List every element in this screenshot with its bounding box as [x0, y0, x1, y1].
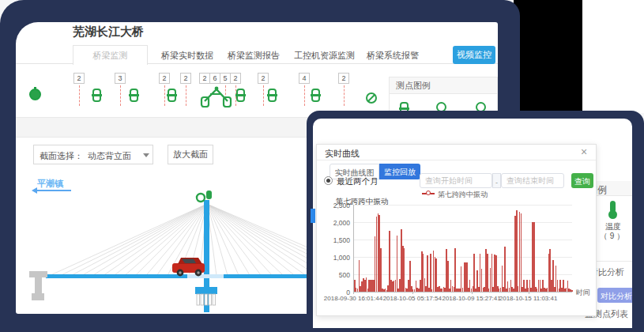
data-bar: [427, 255, 428, 292]
desktop-black-strip: [514, 0, 582, 113]
sensor-dash-line: [120, 85, 121, 106]
enlarge-section-label: 放大截面: [173, 149, 208, 159]
gridline: [353, 222, 572, 223]
chain-link-icon[interactable]: [130, 89, 138, 102]
section-select[interactable]: 截面选择： 动态背立面: [33, 145, 153, 164]
x-axis-line: [353, 292, 572, 292]
x-axis-tick-mark: [472, 292, 473, 294]
enlarge-section-button[interactable]: 放大截面: [168, 145, 213, 164]
chain-link-icon[interactable]: [92, 89, 101, 102]
temperature-count: （ 9 ）: [600, 231, 624, 242]
screenshot-canvas: { "colors": { "navy_frame": "#273355", "…: [0, 0, 644, 332]
chain-link-icon[interactable]: [268, 89, 277, 102]
y-axis-tick-label: 1,000: [326, 254, 350, 262]
no-entry-icon[interactable]: [366, 92, 377, 104]
x-axis-tick-label: 2018-09-30 16:01:44: [324, 295, 382, 302]
pylon-pile-cap: [195, 287, 217, 294]
gridline: [353, 257, 572, 258]
legend-panel-title: 测点图例: [390, 81, 431, 90]
tab-bridge-realtime-data[interactable]: 桥梁实时数据: [161, 50, 213, 62]
x-axis-tick-mark: [529, 292, 529, 294]
data-bar: [473, 254, 475, 292]
data-bar: [397, 236, 398, 292]
sensor-dash-line: [304, 85, 305, 106]
gridline: [353, 205, 572, 206]
stopwatch-icon[interactable]: [29, 89, 41, 100]
left-abutment: [29, 271, 47, 300]
data-bar: [487, 254, 488, 292]
data-bar: [430, 254, 431, 292]
video-monitor-label: 视频监控: [457, 50, 491, 59]
x-axis-tick-label: 2018-10-05 05:17:54: [383, 295, 442, 302]
chain-link-icon[interactable]: [311, 89, 320, 102]
thermometer-icon-bulb: [608, 210, 617, 219]
video-monitor-button[interactable]: 视频监控: [453, 46, 495, 64]
bridge-deck-highlight: [187, 274, 224, 278]
x-axis-tick-mark: [353, 292, 354, 294]
legend-panel-header: 测点图例: [390, 77, 497, 94]
section-select-label: 截面选择：: [40, 150, 83, 162]
sensor-dash-line: [344, 85, 345, 106]
sensor-count-badge: 2: [338, 73, 349, 84]
x-axis-tick-label: 2018-10-15 11:03:41: [499, 295, 558, 302]
sensor-count-badge: 2: [159, 73, 170, 84]
sensor-dash-line: [186, 85, 186, 106]
sensor-count-badge: 4: [299, 73, 310, 84]
sensor-dash-line: [164, 85, 165, 106]
inspection-vehicle-icon[interactable]: [199, 84, 234, 108]
chevron-down-icon: [143, 153, 149, 157]
y-axis-tick-label: 1,500: [326, 236, 350, 244]
anemometer-icon: [206, 191, 212, 199]
sensor-count-badge: 3: [115, 73, 126, 84]
section-select-value: 动态背立面: [88, 150, 131, 162]
y-axis-tick-label: 500: [326, 271, 350, 279]
x-axis-tick-mark: [412, 292, 413, 294]
scroll-indicator[interactable]: [311, 209, 315, 223]
chain-link-icon[interactable]: [236, 89, 245, 102]
pile-group: [197, 294, 216, 305]
compare-analysis-label: 对比分析: [601, 292, 632, 300]
data-bar: [504, 247, 506, 292]
tab-bridge-monitor[interactable]: 桥梁监测: [73, 45, 148, 65]
gridline: [353, 240, 572, 240]
data-bar: [491, 254, 493, 292]
desktop-white-strip: [582, 0, 644, 113]
sensor-count-badge: 2: [199, 73, 210, 84]
sensor-count-badge: 2: [230, 73, 241, 84]
y-axis-tick-label: 2,000: [326, 219, 350, 227]
x-axis-tick-label: 2018-10-09 15:27:41: [442, 295, 500, 302]
x-axis-title: 时间: [576, 288, 590, 298]
sensor-dash-line: [263, 85, 264, 106]
tab-bridge-report[interactable]: 桥梁监测报告: [228, 50, 280, 62]
compare-analysis-button[interactable]: 对比分析: [597, 288, 632, 303]
vibration-chart: 05001,0001,5002,0002,5002018-09-30 16:01…: [317, 145, 597, 317]
data-bar: [571, 290, 573, 292]
page-title: 芜湖长江大桥: [73, 25, 144, 40]
sensor-count-badge: 6: [209, 73, 220, 84]
data-bar: [533, 222, 535, 292]
sensor-count-badge: 2: [73, 73, 85, 84]
realtime-curve-modal: 实时曲线 × 实时曲线图 监控回放 最近两个月 查询开始时间 - 查询结束时间 …: [316, 144, 597, 316]
data-bar: [447, 261, 449, 292]
tab-bridge-alarm[interactable]: 桥梁系统报警: [367, 50, 419, 62]
data-bar: [404, 248, 405, 292]
y-axis-line: [353, 205, 354, 292]
rotation-sensor-icon: [197, 194, 205, 202]
gridline: [353, 274, 572, 275]
sensor-dash-line: [79, 85, 80, 106]
tab-label: 桥梁监测: [93, 51, 128, 60]
sensor-count-badge: 2: [180, 73, 191, 84]
tab-ipc-resource-monitor[interactable]: 工控机资源监测: [294, 50, 355, 62]
data-bar: [380, 248, 382, 292]
car: [172, 258, 205, 276]
data-bar: [454, 248, 456, 292]
y-axis-tick-label: 2,500: [326, 202, 350, 209]
chain-link-icon[interactable]: [168, 89, 176, 102]
sensor-count-badge: 2: [258, 73, 269, 84]
data-bar: [516, 210, 518, 292]
sensor-count-badge: 5: [220, 73, 231, 84]
data-bar: [521, 213, 522, 292]
